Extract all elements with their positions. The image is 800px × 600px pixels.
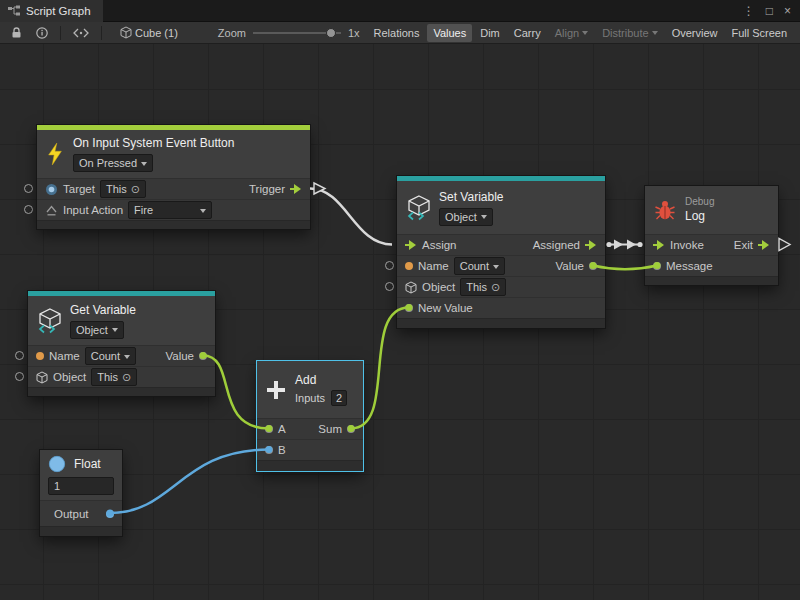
value-output-port[interactable] <box>199 352 207 360</box>
input-action-label: Input Action <box>63 204 123 216</box>
inputs-count-field[interactable]: 2 <box>331 390 347 406</box>
caret-down-icon <box>124 355 130 359</box>
debug-message-row: Message <box>645 255 778 276</box>
node-get-variable[interactable]: Get Variable Object Name Count Value Obj… <box>28 291 215 396</box>
node-add[interactable]: Add Inputs 2 A Sum B <box>257 361 363 471</box>
node-debug-log[interactable]: Debug Log Invoke Exit Message <box>645 186 778 285</box>
divider <box>101 26 102 40</box>
caret-down-icon <box>112 328 118 332</box>
object-icon <box>405 281 417 294</box>
getvar-name-dropdown[interactable]: Count <box>85 347 136 365</box>
close-icon[interactable]: × <box>784 5 791 17</box>
align-button[interactable]: Align <box>549 24 594 42</box>
code-preview-icon[interactable] <box>67 24 95 42</box>
invoke-label: Invoke <box>670 239 704 251</box>
name-input-port[interactable] <box>36 352 44 360</box>
exit-output-port[interactable] <box>758 240 770 250</box>
exit-label: Exit <box>734 239 753 251</box>
sum-output-port[interactable] <box>347 425 355 433</box>
input-action-dropdown[interactable]: Fire <box>128 201 212 219</box>
distribute-button[interactable]: Distribute <box>596 24 663 42</box>
node-footer <box>40 526 122 536</box>
overview-button[interactable]: Overview <box>666 24 724 42</box>
caret-down-icon <box>652 31 658 35</box>
info-icon[interactable] <box>30 24 54 42</box>
event-action-port[interactable] <box>24 205 33 214</box>
target-object-field[interactable]: This⊙ <box>100 180 146 198</box>
zoom-slider-knob[interactable] <box>326 28 336 38</box>
maximize-icon[interactable]: □ <box>766 5 773 17</box>
invoke-input-port[interactable] <box>653 240 665 250</box>
setvar-object-row: Object This⊙ <box>397 276 605 297</box>
divider <box>60 26 61 40</box>
dim-button[interactable]: Dim <box>474 24 506 42</box>
setvar-newvalue-row: New Value <box>397 297 605 318</box>
setvar-object-field[interactable]: This⊙ <box>460 278 506 296</box>
caret-down-icon <box>481 215 487 219</box>
message-input-port[interactable] <box>653 262 661 270</box>
getvar-kind-dropdown[interactable]: Object <box>70 321 124 339</box>
values-button[interactable]: Values <box>427 24 472 42</box>
getvar-object-port[interactable] <box>15 372 24 381</box>
b-input-port[interactable] <box>265 446 273 454</box>
float-output-row: Output <box>40 500 122 526</box>
node-footer <box>257 460 363 471</box>
node-title: Set Variable <box>439 190 503 204</box>
output-label: Output <box>54 508 89 520</box>
full-screen-button[interactable]: Full Screen <box>725 24 793 42</box>
a-label: A <box>278 423 286 435</box>
name-label: Name <box>418 260 449 272</box>
name-input-port[interactable] <box>405 262 413 270</box>
caret-down-icon <box>493 265 499 269</box>
graph-toolbar: Cube (1) Zoom 1x Relations Values Dim Ca… <box>0 22 800 44</box>
script-graph-window: Script Graph ⋮ □ × Cube (1) Zoom 1x Rela <box>0 0 800 600</box>
target-label: Target <box>63 183 95 195</box>
assign-input-port[interactable] <box>405 240 417 250</box>
getvar-object-field[interactable]: This⊙ <box>91 368 137 386</box>
value-label: Value <box>165 350 194 362</box>
tab-script-graph[interactable]: Script Graph <box>0 0 103 22</box>
event-mode-dropdown[interactable]: On Pressed <box>73 154 153 172</box>
relations-button[interactable]: Relations <box>368 24 426 42</box>
menu-icon[interactable]: ⋮ <box>743 5 755 17</box>
float-output-port[interactable] <box>106 510 114 518</box>
setvar-name-dropdown[interactable]: Count <box>454 257 505 275</box>
node-footer <box>397 318 605 328</box>
setvar-name-row: Name Count Value <box>397 255 605 276</box>
getvar-name-port[interactable] <box>15 351 24 360</box>
value-output-port[interactable] <box>589 262 597 270</box>
name-label: Name <box>49 350 80 362</box>
node-on-input-system-event[interactable]: On Input System Event Button On Pressed … <box>37 125 310 229</box>
tab-title: Script Graph <box>26 5 91 17</box>
node-title: Float <box>74 457 101 471</box>
float-value-field[interactable]: 1 <box>48 477 114 495</box>
graph-icon <box>8 5 20 17</box>
node-footer <box>28 387 215 396</box>
node-footer <box>37 220 310 229</box>
message-label: Message <box>666 260 713 272</box>
setvar-name-port[interactable] <box>385 261 394 270</box>
carry-button[interactable]: Carry <box>508 24 547 42</box>
lock-icon[interactable] <box>5 24 28 42</box>
graph-target-selector[interactable]: Cube (1) <box>114 24 184 42</box>
node-float[interactable]: Float 1 Output <box>40 450 122 536</box>
assigned-output-port[interactable] <box>585 240 597 250</box>
input-action-icon <box>45 204 58 217</box>
setvar-object-port[interactable] <box>385 282 394 291</box>
object-icon <box>36 371 48 384</box>
inputs-label: Inputs <box>295 392 325 404</box>
new-value-label: New Value <box>418 302 473 314</box>
event-target-port[interactable] <box>24 184 33 193</box>
zoom-slider[interactable] <box>253 26 341 40</box>
title-bar: Script Graph ⋮ □ × <box>0 0 800 22</box>
trigger-output-port[interactable] <box>290 184 302 194</box>
new-value-input-port[interactable] <box>405 304 413 312</box>
add-icon <box>265 379 287 401</box>
object-picker-icon: ⊙ <box>122 372 131 383</box>
b-label: B <box>278 444 286 456</box>
a-input-port[interactable] <box>265 425 273 433</box>
node-category: Debug <box>685 197 714 207</box>
setvar-kind-dropdown[interactable]: Object <box>439 208 493 226</box>
node-set-variable[interactable]: Set Variable Object Assign Assigned Name… <box>397 176 605 328</box>
value-label: Value <box>555 260 584 272</box>
